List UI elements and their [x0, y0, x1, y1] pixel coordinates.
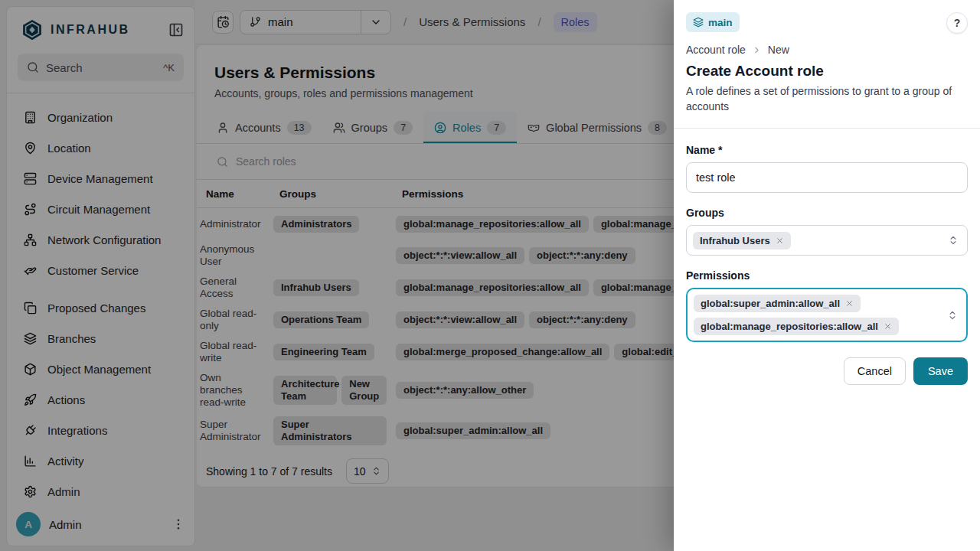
create-role-drawer: main ? Account role New Create Account r…	[674, 0, 980, 551]
permission-chip-label: global:super_admin:allow_all	[701, 298, 840, 309]
group-chip-label: Infrahub Users	[700, 235, 770, 246]
permissions-select[interactable]: global:super_admin:allow_allglobal:manag…	[686, 288, 968, 342]
drawer-form: Name * Groups Infrahub Users Permissions…	[674, 129, 980, 400]
drawer-description: A role defines a set of permissions to g…	[686, 83, 968, 114]
permission-chip: global:super_admin:allow_all	[694, 295, 861, 312]
name-field[interactable]	[686, 162, 968, 193]
remove-chip-icon[interactable]	[776, 236, 784, 245]
save-button[interactable]: Save	[913, 357, 968, 385]
permissions-label: Permissions	[686, 269, 968, 282]
cancel-button[interactable]: Cancel	[844, 357, 906, 385]
chevrons-up-down-icon	[948, 235, 959, 246]
chevrons-up-down-icon	[947, 310, 958, 321]
remove-chip-icon[interactable]	[884, 322, 892, 331]
groups-label: Groups	[686, 207, 968, 219]
help-button[interactable]: ?	[946, 12, 968, 34]
permission-chip-label: global:manage_repositories:allow_all	[701, 321, 878, 332]
group-chip: Infrahub Users	[693, 232, 791, 249]
drawer-breadcrumb-new: New	[768, 44, 789, 56]
groups-select[interactable]: Infrahub Users	[686, 225, 968, 256]
drawer-breadcrumb-object[interactable]: Account role	[686, 44, 746, 56]
name-label: Name *	[686, 144, 968, 156]
drawer-actions: Cancel Save	[686, 357, 968, 385]
chevron-right-icon	[752, 45, 762, 55]
drawer-header: main ? Account role New Create Account r…	[674, 0, 980, 129]
remove-chip-icon[interactable]	[845, 299, 854, 308]
drawer-breadcrumb: Account role New	[686, 44, 968, 56]
drawer-title: Create Account role	[686, 63, 968, 80]
permission-chip: global:manage_repositories:allow_all	[694, 318, 899, 335]
layers-icon	[693, 17, 704, 28]
branch-badge-label: main	[708, 17, 733, 28]
branch-badge: main	[686, 12, 740, 32]
